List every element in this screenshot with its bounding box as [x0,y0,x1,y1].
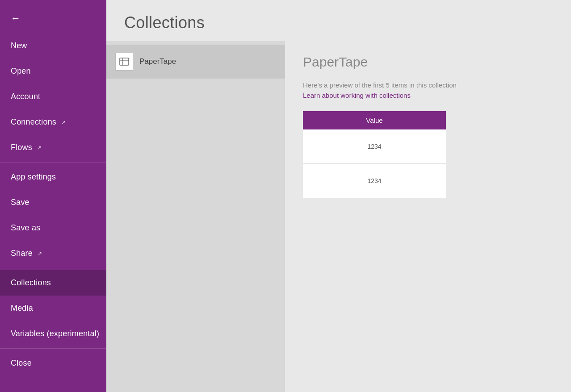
sidebar-item-new[interactable]: New [0,33,106,58]
svg-rect-0 [120,58,129,65]
sidebar-item-label: Share [11,249,33,258]
sidebar-item-save-as[interactable]: Save as [0,215,106,241]
sidebar-item-label: Media [11,304,33,313]
sidebar-item-label: Open [11,67,31,76]
sidebar-item-label: Save [11,198,29,207]
sidebar-item-label: Close [11,359,32,368]
sidebar-item-label: Connections [11,117,56,127]
page-title-bar: Collections [106,0,571,41]
collection-name: PaperTape [139,57,176,66]
content-area: PaperTape PaperTape Here's a preview of … [106,41,571,392]
preview-description-block: Here's a preview of the first 5 items in… [303,80,553,100]
preview-learn-link[interactable]: Learn about working with collections [303,92,411,99]
collections-list: PaperTape [106,41,285,392]
sidebar-item-connections[interactable]: Connections ↗ [0,109,106,135]
preview-table: Value 1234 1234 [303,111,446,198]
preview-table-body: 1234 1234 [303,129,446,198]
sidebar-item-open[interactable]: Open [0,58,106,84]
back-icon: ← [11,13,21,24]
sidebar-item-label: Save as [11,223,40,233]
preview-panel: PaperTape Here's a preview of the first … [285,41,571,392]
sidebar-item-collections[interactable]: Collections [0,270,106,296]
sidebar-item-account[interactable]: Account [0,84,106,109]
external-link-icon: ↗ [37,145,42,151]
table-row: 1234 [303,129,446,164]
sidebar-divider [0,162,106,163]
external-link-icon: ↗ [61,119,66,125]
sidebar-item-close[interactable]: Close [0,350,106,376]
preview-title: PaperTape [303,54,553,70]
collection-icon-svg [119,56,130,67]
preview-table-header-value: Value [303,111,446,129]
collection-item[interactable]: PaperTape [106,45,285,79]
sidebar-item-share[interactable]: Share ↗ [0,241,106,266]
sidebar-nav: New Open Account Connections ↗ Flows ↗ A… [0,33,106,392]
sidebar-item-media[interactable]: Media [0,296,106,321]
table-row: 1234 [303,164,446,198]
sidebar-divider [0,348,106,349]
table-cell-value: 1234 [303,129,446,164]
collection-icon [115,53,133,71]
back-button[interactable]: ← [0,0,106,33]
sidebar-item-variables[interactable]: Variables (experimental) [0,321,106,346]
sidebar-item-label: New [11,41,27,50]
sidebar: ← New Open Account Connections ↗ Flows ↗… [0,0,106,392]
sidebar-item-label: Flows [11,143,32,152]
sidebar-divider [0,268,106,268]
external-link-icon: ↗ [38,250,42,257]
preview-description-text: Here's a preview of the first 5 items in… [303,81,457,89]
sidebar-item-label: Account [11,92,40,101]
sidebar-item-save[interactable]: Save [0,190,106,215]
table-cell-value: 1234 [303,164,446,198]
sidebar-item-label: Variables (experimental) [11,329,99,338]
sidebar-item-label: Collections [11,278,51,288]
preview-table-header: Value [303,111,446,129]
sidebar-item-flows[interactable]: Flows ↗ [0,135,106,160]
preview-description: Here's a preview of the first 5 items in… [303,80,553,100]
sidebar-item-app-settings[interactable]: App settings [0,164,106,190]
main-content: Collections PaperTape PaperTape [106,0,571,392]
sidebar-item-label: App settings [11,172,56,182]
page-title: Collections [124,13,553,32]
